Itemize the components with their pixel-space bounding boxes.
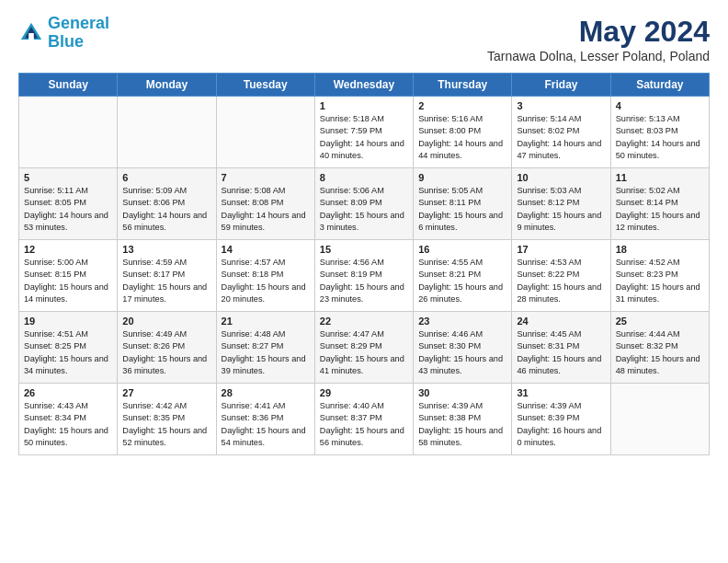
day-info: Sunrise: 5:13 AMSunset: 8:03 PMDaylight:… xyxy=(616,113,704,162)
day-info: Sunrise: 5:18 AMSunset: 7:59 PMDaylight:… xyxy=(320,113,408,162)
week-row-0: 1Sunrise: 5:18 AMSunset: 7:59 PMDaylight… xyxy=(19,97,710,168)
day-number: 22 xyxy=(320,316,408,327)
day-number: 25 xyxy=(616,316,704,327)
day-number: 9 xyxy=(418,172,506,183)
day-info: Sunrise: 4:55 AMSunset: 8:21 PMDaylight:… xyxy=(418,257,506,305)
day-cell: 15Sunrise: 4:56 AMSunset: 8:19 PMDayligh… xyxy=(314,240,413,312)
day-cell: 1Sunrise: 5:18 AMSunset: 7:59 PMDaylight… xyxy=(314,97,413,168)
day-cell: 25Sunrise: 4:44 AMSunset: 8:32 PMDayligh… xyxy=(610,312,709,384)
day-info: Sunrise: 4:45 AMSunset: 8:31 PMDaylight:… xyxy=(517,328,605,377)
day-info: Sunrise: 4:46 AMSunset: 8:30 PMDaylight:… xyxy=(418,328,506,377)
day-cell: 22Sunrise: 4:47 AMSunset: 8:29 PMDayligh… xyxy=(314,312,413,384)
day-cell: 14Sunrise: 4:57 AMSunset: 8:18 PMDayligh… xyxy=(216,240,314,312)
day-number: 12 xyxy=(24,244,112,255)
day-info: Sunrise: 5:16 AMSunset: 8:00 PMDaylight:… xyxy=(418,113,506,162)
header-cell-thursday: Thursday xyxy=(414,74,512,97)
day-number: 24 xyxy=(517,316,605,327)
day-number: 13 xyxy=(122,244,210,255)
day-info: Sunrise: 5:06 AMSunset: 8:09 PMDaylight:… xyxy=(320,185,408,234)
day-cell: 12Sunrise: 5:00 AMSunset: 8:15 PMDayligh… xyxy=(19,240,118,312)
day-cell: 28Sunrise: 4:41 AMSunset: 8:36 PMDayligh… xyxy=(216,384,314,455)
logo-icon xyxy=(18,20,44,46)
day-info: Sunrise: 4:39 AMSunset: 8:39 PMDaylight:… xyxy=(517,400,605,449)
day-number: 14 xyxy=(222,244,310,255)
day-cell: 27Sunrise: 4:42 AMSunset: 8:35 PMDayligh… xyxy=(118,384,216,455)
day-info: Sunrise: 4:53 AMSunset: 8:22 PMDaylight:… xyxy=(517,257,605,305)
day-number: 11 xyxy=(616,172,704,183)
day-cell: 9Sunrise: 5:05 AMSunset: 8:11 PMDaylight… xyxy=(414,168,512,240)
day-cell: 21Sunrise: 4:48 AMSunset: 8:27 PMDayligh… xyxy=(216,312,314,384)
day-cell: 2Sunrise: 5:16 AMSunset: 8:00 PMDaylight… xyxy=(414,97,512,168)
week-row-2: 12Sunrise: 5:00 AMSunset: 8:15 PMDayligh… xyxy=(19,240,710,312)
day-cell: 30Sunrise: 4:39 AMSunset: 8:38 PMDayligh… xyxy=(414,384,512,455)
day-info: Sunrise: 4:47 AMSunset: 8:29 PMDaylight:… xyxy=(320,328,408,377)
day-cell: 19Sunrise: 4:51 AMSunset: 8:25 PMDayligh… xyxy=(19,312,118,384)
day-cell: 26Sunrise: 4:43 AMSunset: 8:34 PMDayligh… xyxy=(19,384,118,455)
day-info: Sunrise: 4:48 AMSunset: 8:27 PMDaylight:… xyxy=(222,328,310,377)
day-info: Sunrise: 4:43 AMSunset: 8:34 PMDaylight:… xyxy=(24,400,112,449)
week-row-1: 5Sunrise: 5:11 AMSunset: 8:05 PMDaylight… xyxy=(19,168,710,240)
day-cell: 11Sunrise: 5:02 AMSunset: 8:14 PMDayligh… xyxy=(610,168,709,240)
day-number: 31 xyxy=(517,387,605,398)
header-row: SundayMondayTuesdayWednesdayThursdayFrid… xyxy=(19,74,710,97)
day-number: 27 xyxy=(122,387,210,398)
day-cell: 31Sunrise: 4:39 AMSunset: 8:39 PMDayligh… xyxy=(512,384,610,455)
day-cell xyxy=(19,97,118,168)
week-row-4: 26Sunrise: 4:43 AMSunset: 8:34 PMDayligh… xyxy=(19,384,710,455)
day-number: 4 xyxy=(616,100,704,111)
day-number: 29 xyxy=(320,387,408,398)
day-info: Sunrise: 5:03 AMSunset: 8:12 PMDaylight:… xyxy=(517,185,605,234)
day-info: Sunrise: 4:57 AMSunset: 8:18 PMDaylight:… xyxy=(222,257,310,305)
header-cell-tuesday: Tuesday xyxy=(216,74,314,97)
day-cell xyxy=(118,97,216,168)
day-number: 26 xyxy=(24,387,112,398)
day-cell: 23Sunrise: 4:46 AMSunset: 8:30 PMDayligh… xyxy=(414,312,512,384)
day-number: 16 xyxy=(418,244,506,255)
day-info: Sunrise: 4:40 AMSunset: 8:37 PMDaylight:… xyxy=(320,400,408,449)
day-number: 2 xyxy=(418,100,506,111)
day-cell: 5Sunrise: 5:11 AMSunset: 8:05 PMDaylight… xyxy=(19,168,118,240)
day-cell: 3Sunrise: 5:14 AMSunset: 8:02 PMDaylight… xyxy=(512,97,610,168)
day-number: 1 xyxy=(320,100,408,111)
header-cell-monday: Monday xyxy=(118,74,216,97)
day-cell: 24Sunrise: 4:45 AMSunset: 8:31 PMDayligh… xyxy=(512,312,610,384)
month-title: May 2024 xyxy=(487,15,710,49)
day-cell: 8Sunrise: 5:06 AMSunset: 8:09 PMDaylight… xyxy=(314,168,413,240)
day-info: Sunrise: 4:41 AMSunset: 8:36 PMDaylight:… xyxy=(222,400,310,449)
header-cell-friday: Friday xyxy=(512,74,610,97)
day-cell xyxy=(610,384,709,455)
day-number: 3 xyxy=(517,100,605,111)
header-cell-wednesday: Wednesday xyxy=(314,74,413,97)
svg-rect-2 xyxy=(28,33,34,40)
day-info: Sunrise: 4:59 AMSunset: 8:17 PMDaylight:… xyxy=(122,257,210,305)
day-number: 21 xyxy=(222,316,310,327)
day-cell: 6Sunrise: 5:09 AMSunset: 8:06 PMDaylight… xyxy=(118,168,216,240)
day-info: Sunrise: 4:51 AMSunset: 8:25 PMDaylight:… xyxy=(24,328,112,377)
day-number: 28 xyxy=(222,387,310,398)
header-cell-saturday: Saturday xyxy=(610,74,709,97)
logo-line2: Blue xyxy=(48,32,84,51)
day-cell: 29Sunrise: 4:40 AMSunset: 8:37 PMDayligh… xyxy=(314,384,413,455)
day-info: Sunrise: 5:09 AMSunset: 8:06 PMDaylight:… xyxy=(122,185,210,234)
title-block: May 2024 Tarnawa Dolna, Lesser Poland, P… xyxy=(487,15,710,63)
day-info: Sunrise: 4:52 AMSunset: 8:23 PMDaylight:… xyxy=(616,257,704,305)
day-info: Sunrise: 5:14 AMSunset: 8:02 PMDaylight:… xyxy=(517,113,605,162)
day-info: Sunrise: 5:02 AMSunset: 8:14 PMDaylight:… xyxy=(616,185,704,234)
day-number: 7 xyxy=(222,172,310,183)
day-cell: 4Sunrise: 5:13 AMSunset: 8:03 PMDaylight… xyxy=(610,97,709,168)
day-info: Sunrise: 4:42 AMSunset: 8:35 PMDaylight:… xyxy=(122,400,210,449)
day-info: Sunrise: 4:49 AMSunset: 8:26 PMDaylight:… xyxy=(122,328,210,377)
header-cell-sunday: Sunday xyxy=(19,74,118,97)
day-cell: 18Sunrise: 4:52 AMSunset: 8:23 PMDayligh… xyxy=(610,240,709,312)
day-cell: 13Sunrise: 4:59 AMSunset: 8:17 PMDayligh… xyxy=(118,240,216,312)
header: General Blue May 2024 Tarnawa Dolna, Les… xyxy=(18,15,710,63)
day-cell: 10Sunrise: 5:03 AMSunset: 8:12 PMDayligh… xyxy=(512,168,610,240)
day-cell: 16Sunrise: 4:55 AMSunset: 8:21 PMDayligh… xyxy=(414,240,512,312)
logo-text: General Blue xyxy=(48,15,109,52)
day-info: Sunrise: 5:08 AMSunset: 8:08 PMDaylight:… xyxy=(222,185,310,234)
day-number: 30 xyxy=(418,387,506,398)
page: General Blue May 2024 Tarnawa Dolna, Les… xyxy=(0,0,728,465)
day-number: 20 xyxy=(122,316,210,327)
day-number: 19 xyxy=(24,316,112,327)
day-number: 5 xyxy=(24,172,112,183)
